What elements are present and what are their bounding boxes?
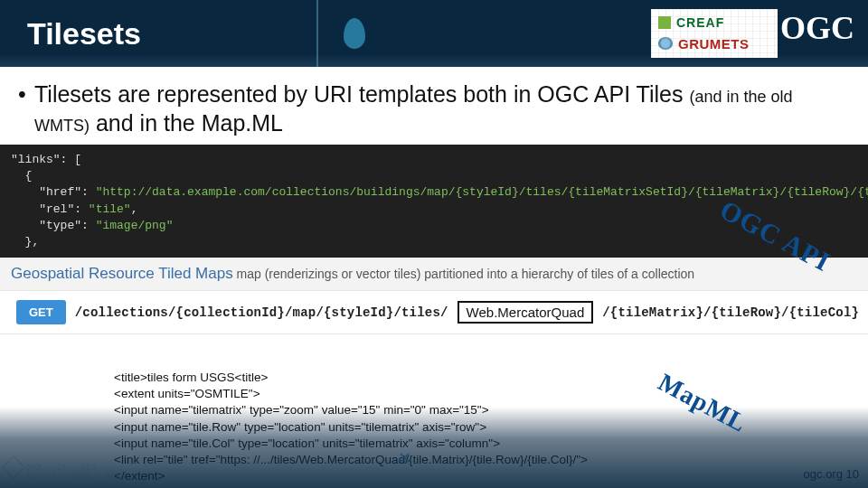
bullet-1-text-a: Tilesets are represented by URI template… [34, 81, 689, 107]
http-method-badge: GET [16, 300, 66, 324]
api-path-post: /{tileMatrix}/{tileRow}/{tileCol} [602, 305, 859, 320]
code-l5v: "image/png" [96, 219, 174, 232]
grumets-globe-icon [658, 37, 673, 50]
creaf-square-icon [658, 16, 671, 29]
page-title: Tilesets [27, 16, 141, 52]
code-l2: { [11, 169, 32, 183]
bullet-1: Tilesets are represented by URI template… [34, 80, 839, 137]
code-l4k: "rel": [11, 202, 89, 216]
slide-header: Tilesets CREAF GRUMETS OGC [0, 0, 868, 67]
header-deco-line [316, 0, 318, 67]
mapml-l1: <title>tiles form USGS<title> [114, 370, 682, 386]
bullet-1-text-c: and in the Map.ML [90, 110, 283, 136]
api-endpoint-row: GET /collections/{collectionId}/map/{sty… [0, 290, 868, 334]
logo-grumets: GRUMETS [658, 36, 770, 52]
description-title: Geospatial Resource Tiled Maps [11, 265, 233, 282]
partner-logos: CREAF GRUMETS [651, 9, 778, 58]
footer-pagenum: ogc.org 10 [804, 467, 859, 481]
api-path-pre: /collections/{collectionId}/map/{styleId… [75, 305, 448, 320]
mapml-l2: <extent units="OSMTILE"> [114, 386, 682, 402]
code-l1: "links": [ [11, 153, 81, 166]
bullet-block: Tilesets are represented by URI template… [0, 67, 868, 143]
code-l3v: "http://data.example.com/collections/bui… [96, 185, 868, 199]
description-rest: map (renderizings or vector tiles) parti… [233, 267, 694, 281]
grumets-text: GRUMETS [678, 36, 750, 52]
logo-creaf: CREAF [658, 15, 770, 30]
tile-matrix-set-chip: Web.MercatorQuad [458, 301, 594, 324]
header-deco-pin [344, 18, 365, 49]
slide-root: Tilesets CREAF GRUMETS OGC Tilesets are … [0, 0, 868, 488]
code-l6: }, [11, 235, 39, 249]
code-l5k: "type": [11, 219, 96, 232]
creaf-text: CREAF [676, 15, 724, 30]
ogc-wordmark: OGC [780, 9, 854, 47]
description-band: Geospatial Resource Tiled Maps map (rend… [0, 258, 868, 290]
code-l3k: "href": [11, 185, 96, 199]
code-l4v: "tile" [89, 202, 131, 216]
